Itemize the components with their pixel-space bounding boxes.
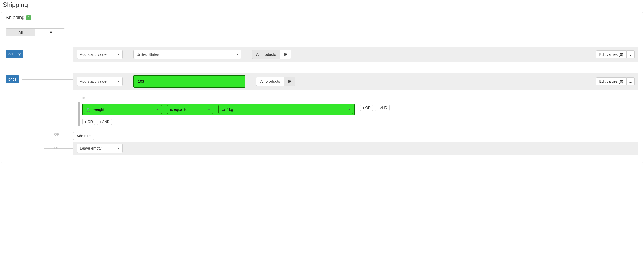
chevron-down-icon xyxy=(118,81,120,82)
field-tag-price[interactable]: price xyxy=(6,75,19,83)
scope-all-products[interactable]: All products xyxy=(252,50,280,59)
tab-all[interactable]: All xyxy=(6,29,35,36)
value-text: 10$ xyxy=(138,79,144,84)
page-title: Shipping xyxy=(0,0,644,10)
highlight-condition: 🛒 weight is equal to xyxy=(82,104,355,115)
else-action-dropdown[interactable]: Leave empty xyxy=(77,144,123,153)
price-add-static-dropdown[interactable]: Add static value xyxy=(77,77,123,86)
chevron-down-icon xyxy=(208,109,210,110)
dropdown-label: Add static value xyxy=(80,79,107,84)
rules-count-badge: 1 xyxy=(26,15,31,20)
country-value-select[interactable]: United States xyxy=(133,50,241,59)
collapse-button[interactable] xyxy=(627,77,635,85)
chevron-down-icon xyxy=(118,54,120,55)
inner-add-and-button[interactable]: +AND xyxy=(97,119,112,125)
panel-header: Shipping 1 xyxy=(1,12,643,25)
dropdown-label: 1kg xyxy=(227,107,233,112)
dropdown-label: Leave empty xyxy=(80,146,101,150)
or-branch-label: OR xyxy=(54,132,568,136)
field-tag-country[interactable]: country xyxy=(6,50,23,58)
cond-value-select[interactable]: ▭ 1kg xyxy=(218,105,353,114)
tab-if[interactable]: IF xyxy=(35,29,65,36)
edit-values-button[interactable]: Edit values (0) xyxy=(596,77,627,85)
chevron-down-icon xyxy=(348,109,350,110)
country-scope-toggle[interactable]: All products IF xyxy=(252,50,291,59)
scope-if[interactable]: IF xyxy=(280,50,291,59)
chevron-down-icon xyxy=(118,148,120,149)
chevron-down-icon xyxy=(157,109,159,110)
inner-add-or-button[interactable]: +OR xyxy=(82,119,95,125)
panel-title: Shipping xyxy=(6,15,25,20)
text-icon: ▭ xyxy=(221,107,225,112)
caret-up-icon xyxy=(629,82,632,83)
scope-all-products[interactable]: All products xyxy=(256,77,284,86)
cart-icon: 🛒 xyxy=(87,107,91,112)
else-branch-label: ELSE xyxy=(52,146,568,150)
dropdown-label: is equal to xyxy=(170,107,187,112)
global-scope-toggle[interactable]: All IF xyxy=(6,28,65,36)
cond-operator-select[interactable]: is equal to xyxy=(167,105,213,114)
outer-add-and-button[interactable]: +AND xyxy=(375,105,390,111)
outer-add-or-button[interactable]: +OR xyxy=(360,105,373,111)
cond-field-select[interactable]: 🛒 weight xyxy=(84,105,162,114)
edit-values-button[interactable]: Edit values (0) xyxy=(596,50,627,58)
price-scope-toggle[interactable]: All products IF xyxy=(256,77,295,86)
country-rule-block: Add static value United States All produ… xyxy=(73,47,638,62)
dropdown-label: weight xyxy=(93,107,104,112)
dropdown-label: Add static value xyxy=(80,52,107,57)
chevron-down-icon xyxy=(236,54,238,55)
price-value-input[interactable]: 10$ xyxy=(135,77,244,86)
scope-if[interactable]: IF xyxy=(284,77,295,86)
rules-panel: Shipping 1 All IF country Add static val… xyxy=(1,12,643,163)
country-add-static-dropdown[interactable]: Add static value xyxy=(77,50,123,59)
collapse-button[interactable] xyxy=(627,50,635,58)
dropdown-label: United States xyxy=(136,52,159,57)
highlight-value: 10$ xyxy=(133,75,245,88)
price-rule-block: Add static value 10$ All products IF xyxy=(73,73,638,90)
caret-up-icon xyxy=(629,55,632,56)
if-label: IF xyxy=(82,96,638,100)
